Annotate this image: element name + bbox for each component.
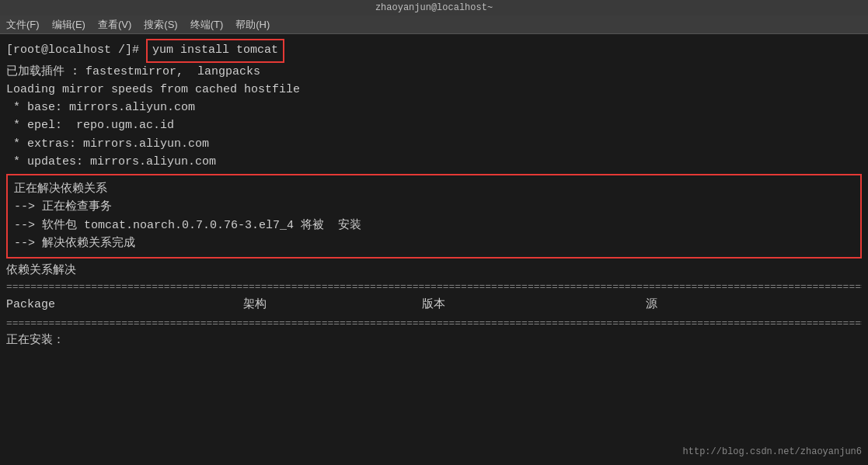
installing-line: 正在安装： [6, 331, 862, 349]
output-line-4: * epel: repo.ugm.ac.id [6, 116, 862, 134]
window-title: zhaoyanjun@localhost~ [375, 2, 493, 13]
output-line-6: * updates: mirrors.aliyun.com [6, 153, 862, 171]
table-header-row: Package 架构 版本 源 [6, 295, 862, 316]
output-line-3: * base: mirrors.aliyun.com [6, 99, 862, 116]
menu-help[interactable]: 帮助(H) [235, 18, 270, 32]
menu-edit[interactable]: 编辑(E) [52, 18, 85, 32]
terminal-window: zhaoyanjun@localhost~ 文件(F) 编辑(E) 查看(V) … [0, 0, 868, 465]
output-line-1: 已加载插件 : fastestmirror, langpacks [6, 63, 862, 81]
highlight-line-4: --> 解决依赖关系完成 [14, 234, 854, 252]
menu-bar: 文件(F) 编辑(E) 查看(V) 搜索(S) 终端(T) 帮助(H) [0, 16, 868, 34]
separator-bottom: ========================================… [6, 316, 862, 331]
col-header-arch: 架构 [177, 297, 333, 314]
terminal-content[interactable]: [root@localhost /]# yum install tomcat 已… [0, 34, 868, 465]
command-box: yum install tomcat [146, 39, 284, 63]
after-highlight-line: 依赖关系解决 [6, 262, 862, 279]
menu-terminal[interactable]: 终端(T) [190, 18, 224, 32]
highlight-line-3: --> 软件包 tomcat.noarch.0.7.0.76-3.el7_4 将… [14, 217, 854, 234]
highlight-line-2: --> 正在检查事务 [14, 198, 854, 216]
highlight-section: 正在解决依赖关系 --> 正在检查事务 --> 软件包 tomcat.noarc… [6, 174, 862, 259]
output-line-5: * extras: mirrors.aliyun.com [6, 135, 862, 153]
col-header-version: 版本 [333, 297, 535, 314]
col-header-source: 源 [535, 297, 768, 314]
menu-search[interactable]: 搜索(S) [144, 18, 177, 32]
prompt: [root@localhost /]# [6, 42, 146, 60]
title-bar: zhaoyanjun@localhost~ [0, 0, 868, 16]
col-header-package: Package [6, 297, 177, 314]
menu-view[interactable]: 查看(V) [98, 18, 131, 32]
watermark: http://blog.csdn.net/zhaoyanjun6 [683, 445, 862, 459]
highlight-line-1: 正在解决依赖关系 [14, 180, 854, 198]
output-line-2: Loading mirror speeds from cached hostfi… [6, 81, 862, 99]
menu-file[interactable]: 文件(F) [6, 18, 40, 32]
command-line: [root@localhost /]# yum install tomcat [6, 39, 862, 63]
separator-top: ========================================… [6, 279, 862, 295]
